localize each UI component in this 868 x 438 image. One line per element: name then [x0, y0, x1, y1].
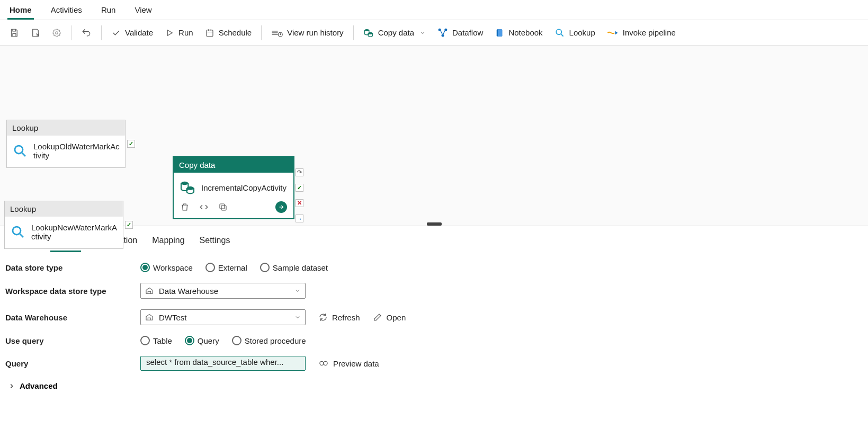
invoke-icon — [607, 28, 619, 38]
node-lookup-new[interactable]: Lookup LookupNewWaterMarkActivity — [4, 201, 123, 249]
panel-resize-handle[interactable] — [427, 222, 442, 226]
lookup-icon — [554, 28, 565, 38]
svg-rect-9 — [498, 29, 502, 37]
preview-icon — [318, 360, 329, 367]
node-actions — [174, 198, 293, 218]
tab-run[interactable]: Run — [99, 3, 118, 20]
copy-data-icon — [179, 179, 196, 196]
dataflow-button[interactable]: Dataflow — [432, 24, 488, 41]
play-icon — [165, 28, 174, 38]
copy-data-button[interactable]: Copy data — [358, 24, 431, 41]
port-success[interactable]: ✓ — [127, 140, 135, 148]
preview-data-button[interactable]: Preview data — [318, 359, 379, 368]
node-name: LookupNewWaterMarkActivity — [31, 223, 118, 241]
run-activity-button[interactable] — [275, 201, 287, 213]
undo-button[interactable] — [76, 24, 97, 41]
lookup-icon — [10, 224, 26, 240]
view-history-label: View run history — [287, 28, 343, 37]
svg-point-19 — [324, 361, 327, 365]
schedule-button[interactable]: Schedule — [200, 25, 257, 41]
advanced-label: Advanced — [20, 381, 58, 390]
port-completion[interactable]: → — [296, 214, 303, 222]
connectors — [0, 46, 159, 125]
gear-icon — [52, 28, 61, 38]
toolbar-divider — [71, 25, 71, 40]
clone-icon[interactable] — [218, 202, 228, 212]
chevron-right-icon — [8, 382, 15, 390]
tab-activities[interactable]: Activities — [49, 3, 84, 20]
node-name: IncrementalCopyActivity — [201, 183, 287, 192]
toolbar: Validate Run Schedule View run history C… — [0, 20, 868, 46]
notebook-button[interactable]: Notebook — [489, 25, 548, 41]
radio-workspace[interactable]: Workspace — [140, 263, 193, 272]
port-skip[interactable]: ↷ — [296, 168, 303, 176]
ws-type-value: Data Warehouse — [159, 287, 289, 296]
pipeline-canvas[interactable]: Lookup LookupOldWaterMarkActivity ✓ Look… — [0, 46, 868, 226]
svg-point-12 — [15, 146, 23, 154]
radio-sproc[interactable]: Stored procedure — [232, 336, 306, 345]
label-dw: Data Warehouse — [5, 313, 140, 322]
svg-rect-1 — [207, 30, 213, 36]
label-use-query: Use query — [5, 336, 140, 345]
view-history-button[interactable]: View run history — [266, 25, 348, 41]
validate-button[interactable]: Validate — [106, 25, 158, 41]
delete-icon[interactable] — [180, 202, 190, 212]
tab-settings[interactable]: Settings — [199, 234, 231, 252]
port-success[interactable]: ✓ — [125, 221, 133, 229]
code-icon[interactable] — [199, 202, 209, 212]
radio-query[interactable]: Query — [185, 336, 219, 345]
open-label: Open — [387, 313, 406, 322]
svg-point-14 — [181, 182, 188, 185]
notebook-label: Notebook — [508, 28, 542, 37]
open-button[interactable]: Open — [373, 312, 406, 322]
node-header: Lookup — [7, 120, 125, 136]
chevron-down-icon — [294, 313, 301, 322]
top-tabs: Home Activities Run View — [0, 0, 868, 20]
tab-home[interactable]: Home — [7, 3, 34, 20]
save-as-icon — [31, 28, 40, 38]
svg-point-10 — [556, 29, 561, 34]
radio-sample[interactable]: Sample dataset — [260, 263, 328, 272]
port-fail[interactable]: ✕ — [296, 199, 303, 207]
dataflow-label: Dataflow — [452, 28, 483, 37]
refresh-label: Refresh — [332, 313, 360, 322]
port-success[interactable]: ✓ — [296, 184, 303, 192]
warehouse-icon — [145, 313, 154, 321]
copy-data-label: Copy data — [378, 28, 414, 37]
label-query: Query — [5, 359, 140, 368]
source-form: Data store type Workspace External Sampl… — [0, 252, 868, 401]
svg-point-3 — [364, 29, 369, 31]
run-button[interactable]: Run — [159, 25, 199, 41]
tab-view[interactable]: View — [132, 3, 154, 20]
invoke-pipeline-button[interactable]: Invoke pipeline — [602, 25, 681, 41]
advanced-toggle[interactable]: Advanced — [5, 381, 863, 390]
validate-label: Validate — [125, 28, 153, 37]
svg-point-13 — [13, 227, 21, 235]
node-copy-data[interactable]: Copy data IncrementalCopyActivity — [173, 156, 294, 219]
svg-point-15 — [187, 186, 194, 190]
chevron-down-icon — [294, 287, 301, 296]
node-header: Lookup — [5, 201, 123, 217]
save-button[interactable] — [4, 25, 24, 41]
settings-button[interactable] — [47, 25, 67, 41]
radio-external[interactable]: External — [205, 263, 247, 272]
node-lookup-old[interactable]: Lookup LookupOldWaterMarkActivity — [6, 120, 126, 168]
dataflow-icon — [437, 28, 448, 38]
history-icon — [271, 28, 283, 38]
svg-point-7 — [442, 34, 444, 37]
radio-table[interactable]: Table — [140, 336, 172, 345]
query-input[interactable]: select * from data_source_table wher... — [140, 356, 306, 371]
lookup-icon — [12, 143, 28, 159]
copy-data-icon — [363, 28, 374, 38]
lookup-button[interactable]: Lookup — [549, 24, 601, 41]
refresh-button[interactable]: Refresh — [318, 312, 360, 322]
dw-dropdown[interactable]: DWTest — [140, 309, 306, 325]
save-as-button[interactable] — [25, 25, 46, 41]
invoke-label: Invoke pipeline — [623, 28, 676, 37]
dw-value: DWTest — [159, 313, 289, 322]
tab-mapping[interactable]: Mapping — [151, 234, 185, 252]
svg-rect-16 — [221, 205, 226, 210]
toolbar-divider — [353, 25, 354, 40]
svg-point-0 — [56, 31, 58, 34]
ws-type-dropdown[interactable]: Data Warehouse — [140, 283, 306, 299]
